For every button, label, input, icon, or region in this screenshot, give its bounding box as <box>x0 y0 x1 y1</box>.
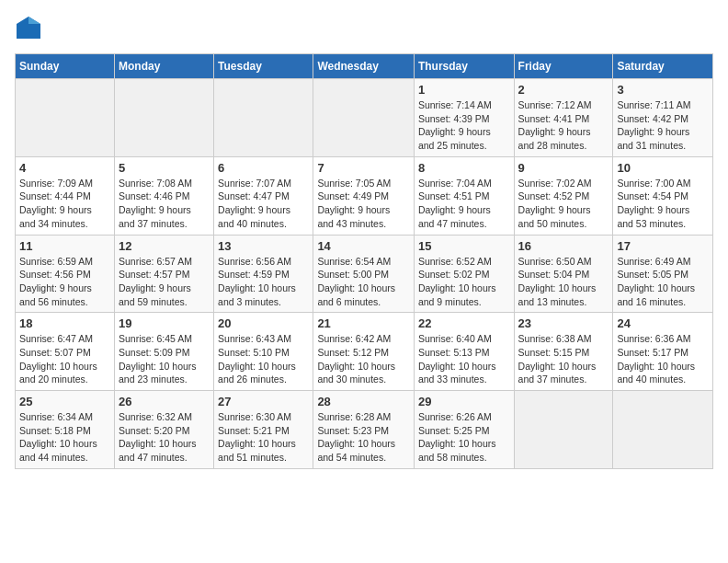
day-info: Sunrise: 7:09 AM Sunset: 4:44 PM Dayligh… <box>19 177 110 231</box>
day-info: Sunrise: 6:32 AM Sunset: 5:20 PM Dayligh… <box>119 410 210 465</box>
day-info: Sunrise: 7:12 AM Sunset: 4:41 PM Dayligh… <box>518 98 609 153</box>
calendar-cell: 27Sunrise: 6:30 AM Sunset: 5:21 PM Dayli… <box>214 391 313 469</box>
day-number: 15 <box>418 239 510 253</box>
calendar-cell: 28Sunrise: 6:28 AM Sunset: 5:23 PM Dayli… <box>313 391 415 469</box>
day-number: 12 <box>119 239 210 253</box>
day-info: Sunrise: 6:45 AM Sunset: 5:09 PM Dayligh… <box>119 332 210 386</box>
logo-icon <box>15 15 42 42</box>
day-number: 2 <box>518 83 609 97</box>
calendar-cell <box>16 79 115 157</box>
weekday-header-wednesday: Wednesday <box>313 54 415 79</box>
calendar-cell: 6Sunrise: 7:07 AM Sunset: 4:47 PM Daylig… <box>214 156 313 235</box>
calendar-cell <box>214 79 313 157</box>
calendar-week-row: 4Sunrise: 7:09 AM Sunset: 4:44 PM Daylig… <box>16 156 713 235</box>
day-info: Sunrise: 6:42 AM Sunset: 5:12 PM Dayligh… <box>317 332 410 386</box>
day-info: Sunrise: 6:52 AM Sunset: 5:02 PM Dayligh… <box>418 255 510 309</box>
calendar-cell: 24Sunrise: 6:36 AM Sunset: 5:17 PM Dayli… <box>613 313 713 391</box>
day-info: Sunrise: 6:49 AM Sunset: 5:05 PM Dayligh… <box>617 255 709 309</box>
weekday-header-monday: Monday <box>114 54 213 79</box>
day-number: 27 <box>218 395 309 408</box>
calendar-cell: 2Sunrise: 7:12 AM Sunset: 4:41 PM Daylig… <box>514 79 613 157</box>
calendar-cell: 4Sunrise: 7:09 AM Sunset: 4:44 PM Daylig… <box>16 156 115 235</box>
calendar-cell: 13Sunrise: 6:56 AM Sunset: 4:59 PM Dayli… <box>214 235 313 313</box>
day-number: 29 <box>418 395 510 408</box>
day-info: Sunrise: 7:00 AM Sunset: 4:54 PM Dayligh… <box>617 177 709 231</box>
day-number: 16 <box>518 239 609 253</box>
svg-marker-1 <box>28 17 40 24</box>
day-info: Sunrise: 6:38 AM Sunset: 5:15 PM Dayligh… <box>518 332 609 386</box>
calendar-cell <box>313 79 415 157</box>
day-number: 17 <box>617 239 709 253</box>
day-number: 24 <box>617 316 709 330</box>
calendar-cell: 23Sunrise: 6:38 AM Sunset: 5:15 PM Dayli… <box>514 313 613 391</box>
day-number: 26 <box>119 395 210 408</box>
calendar-cell: 25Sunrise: 6:34 AM Sunset: 5:18 PM Dayli… <box>16 391 115 469</box>
calendar-cell: 9Sunrise: 7:02 AM Sunset: 4:52 PM Daylig… <box>514 156 613 235</box>
weekday-header-saturday: Saturday <box>613 54 713 79</box>
day-info: Sunrise: 6:36 AM Sunset: 5:17 PM Dayligh… <box>617 332 709 386</box>
day-number: 4 <box>19 161 110 175</box>
day-number: 13 <box>218 239 309 253</box>
day-number: 19 <box>119 316 210 330</box>
weekday-header-sunday: Sunday <box>16 54 115 79</box>
calendar-cell <box>114 79 213 157</box>
weekday-header-row: SundayMondayTuesdayWednesdayThursdayFrid… <box>16 54 713 79</box>
calendar-cell: 1Sunrise: 7:14 AM Sunset: 4:39 PM Daylig… <box>414 79 514 157</box>
calendar-week-row: 25Sunrise: 6:34 AM Sunset: 5:18 PM Dayli… <box>16 391 713 469</box>
day-number: 20 <box>218 316 309 330</box>
day-number: 22 <box>418 316 510 330</box>
calendar-cell: 10Sunrise: 7:00 AM Sunset: 4:54 PM Dayli… <box>613 156 713 235</box>
calendar-cell: 3Sunrise: 7:11 AM Sunset: 4:42 PM Daylig… <box>613 79 713 157</box>
day-number: 5 <box>119 161 210 175</box>
day-info: Sunrise: 7:07 AM Sunset: 4:47 PM Dayligh… <box>218 177 309 231</box>
calendar-cell: 22Sunrise: 6:40 AM Sunset: 5:13 PM Dayli… <box>414 313 514 391</box>
calendar-cell: 11Sunrise: 6:59 AM Sunset: 4:56 PM Dayli… <box>16 235 115 313</box>
day-number: 8 <box>418 161 510 175</box>
calendar-cell <box>514 391 613 469</box>
day-info: Sunrise: 6:50 AM Sunset: 5:04 PM Dayligh… <box>518 255 609 309</box>
day-info: Sunrise: 7:02 AM Sunset: 4:52 PM Dayligh… <box>518 177 609 231</box>
calendar-cell: 29Sunrise: 6:26 AM Sunset: 5:25 PM Dayli… <box>414 391 514 469</box>
calendar-cell: 17Sunrise: 6:49 AM Sunset: 5:05 PM Dayli… <box>613 235 713 313</box>
calendar-cell: 19Sunrise: 6:45 AM Sunset: 5:09 PM Dayli… <box>114 313 213 391</box>
day-info: Sunrise: 6:28 AM Sunset: 5:23 PM Dayligh… <box>317 410 410 465</box>
day-info: Sunrise: 7:11 AM Sunset: 4:42 PM Dayligh… <box>617 98 709 153</box>
day-info: Sunrise: 6:56 AM Sunset: 4:59 PM Dayligh… <box>218 255 309 309</box>
day-number: 14 <box>317 239 410 253</box>
calendar-cell: 8Sunrise: 7:04 AM Sunset: 4:51 PM Daylig… <box>414 156 514 235</box>
day-number: 28 <box>317 395 410 408</box>
day-number: 7 <box>317 161 410 175</box>
calendar-cell: 26Sunrise: 6:32 AM Sunset: 5:20 PM Dayli… <box>114 391 213 469</box>
day-number: 9 <box>518 161 609 175</box>
day-info: Sunrise: 6:43 AM Sunset: 5:10 PM Dayligh… <box>218 332 309 386</box>
day-info: Sunrise: 7:05 AM Sunset: 4:49 PM Dayligh… <box>317 177 410 231</box>
calendar-cell: 18Sunrise: 6:47 AM Sunset: 5:07 PM Dayli… <box>16 313 115 391</box>
calendar-cell: 16Sunrise: 6:50 AM Sunset: 5:04 PM Dayli… <box>514 235 613 313</box>
day-info: Sunrise: 6:59 AM Sunset: 4:56 PM Dayligh… <box>19 255 110 309</box>
day-info: Sunrise: 6:34 AM Sunset: 5:18 PM Dayligh… <box>19 410 110 465</box>
day-info: Sunrise: 6:30 AM Sunset: 5:21 PM Dayligh… <box>218 410 309 465</box>
day-info: Sunrise: 7:04 AM Sunset: 4:51 PM Dayligh… <box>418 177 510 231</box>
day-number: 11 <box>19 239 110 253</box>
weekday-header-thursday: Thursday <box>414 54 514 79</box>
day-info: Sunrise: 6:26 AM Sunset: 5:25 PM Dayligh… <box>418 410 510 465</box>
day-number: 10 <box>617 161 709 175</box>
calendar-cell: 12Sunrise: 6:57 AM Sunset: 4:57 PM Dayli… <box>114 235 213 313</box>
day-number: 6 <box>218 161 309 175</box>
day-number: 23 <box>518 316 609 330</box>
day-info: Sunrise: 7:14 AM Sunset: 4:39 PM Dayligh… <box>418 98 510 153</box>
calendar-cell: 15Sunrise: 6:52 AM Sunset: 5:02 PM Dayli… <box>414 235 514 313</box>
day-number: 21 <box>317 316 410 330</box>
day-info: Sunrise: 6:54 AM Sunset: 5:00 PM Dayligh… <box>317 255 410 309</box>
weekday-header-friday: Friday <box>514 54 613 79</box>
day-info: Sunrise: 6:57 AM Sunset: 4:57 PM Dayligh… <box>119 255 210 309</box>
page-header <box>15 15 713 42</box>
day-number: 3 <box>617 83 709 97</box>
calendar-week-row: 1Sunrise: 7:14 AM Sunset: 4:39 PM Daylig… <box>16 79 713 157</box>
day-info: Sunrise: 6:47 AM Sunset: 5:07 PM Dayligh… <box>19 332 110 386</box>
calendar-week-row: 18Sunrise: 6:47 AM Sunset: 5:07 PM Dayli… <box>16 313 713 391</box>
calendar-week-row: 11Sunrise: 6:59 AM Sunset: 4:56 PM Dayli… <box>16 235 713 313</box>
day-number: 1 <box>418 83 510 97</box>
calendar-cell: 20Sunrise: 6:43 AM Sunset: 5:10 PM Dayli… <box>214 313 313 391</box>
calendar-cell: 14Sunrise: 6:54 AM Sunset: 5:00 PM Dayli… <box>313 235 415 313</box>
